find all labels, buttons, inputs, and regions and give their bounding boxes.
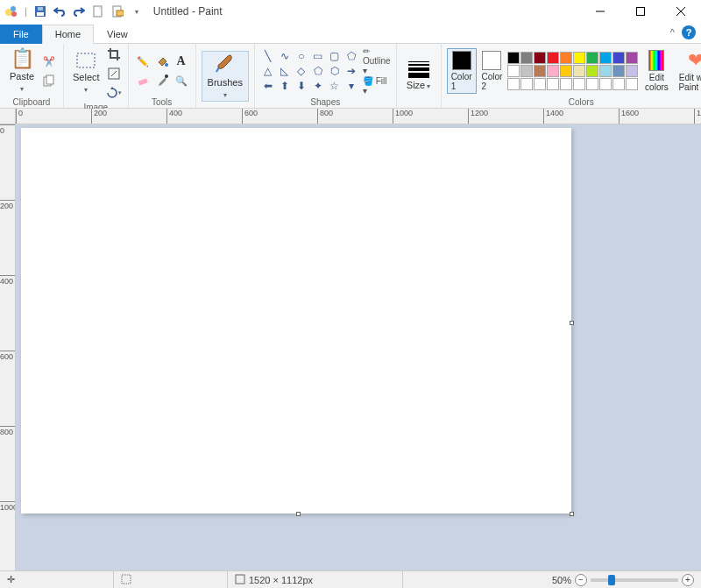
shape-fill-button[interactable]: 🪣 Fill ▾ — [363, 76, 391, 96]
eraser-icon[interactable] — [134, 72, 152, 89]
cursor-icon: ✛ — [7, 574, 15, 585]
shape-diamond[interactable]: ◇ — [294, 64, 309, 78]
swatch-custom[interactable] — [586, 78, 598, 90]
svg-point-17 — [165, 63, 168, 67]
shape-star5[interactable]: ☆ — [327, 79, 343, 93]
swatch[interactable] — [560, 65, 572, 77]
resize-handle-e[interactable] — [570, 321, 574, 325]
resize-handle-se[interactable] — [570, 512, 574, 516]
shape-hexagon[interactable]: ⬡ — [327, 64, 343, 78]
shape-arrow-u[interactable]: ⬆ — [277, 79, 293, 93]
swatch[interactable] — [626, 65, 638, 77]
zoom-in-button[interactable]: + — [682, 574, 694, 586]
save-icon[interactable] — [32, 4, 48, 19]
pencil-icon[interactable]: ✏️ — [134, 53, 152, 70]
collapse-ribbon-icon[interactable]: ^ — [670, 27, 675, 38]
shape-outline-button[interactable]: ✏ Outline ▾ — [363, 46, 391, 75]
shapes-more-icon[interactable]: ▾ — [343, 79, 359, 93]
open-icon[interactable] — [110, 4, 125, 19]
swatch[interactable] — [626, 52, 638, 64]
swatch[interactable] — [520, 65, 533, 77]
swatch[interactable] — [573, 52, 585, 64]
shape-triangle[interactable]: △ — [260, 64, 276, 78]
size-button[interactable]: Size — [402, 51, 435, 102]
canvas[interactable] — [21, 128, 571, 514]
swatch-custom[interactable] — [599, 78, 612, 90]
shape-arrow-r[interactable]: ➔ — [343, 64, 359, 78]
paint3d-icon: ❤ — [688, 50, 701, 71]
resize-handle-s[interactable] — [296, 512, 301, 516]
swatch[interactable] — [599, 52, 612, 64]
shape-curve[interactable]: ∿ — [277, 49, 293, 63]
swatch-custom[interactable] — [560, 78, 572, 90]
swatch[interactable] — [520, 52, 533, 64]
shape-arrow-d[interactable]: ⬇ — [294, 79, 309, 93]
rotate-icon[interactable]: ▾ — [105, 84, 123, 102]
swatch[interactable] — [586, 65, 598, 77]
brushes-button[interactable]: Brushes — [202, 51, 249, 102]
color2-button[interactable]: Color 2 — [478, 49, 506, 93]
shape-roundrect[interactable]: ▢ — [327, 49, 343, 63]
shape-line[interactable]: ╲ — [260, 49, 276, 63]
ruler-mark: 800 — [317, 109, 333, 124]
zoom-slider[interactable] — [591, 578, 678, 582]
shape-pentagon[interactable]: ⬠ — [310, 64, 326, 78]
swatch[interactable] — [612, 52, 625, 64]
tab-home[interactable]: Home — [42, 25, 94, 44]
swatch-custom[interactable] — [573, 78, 585, 90]
crop-icon[interactable] — [105, 46, 123, 63]
magnifier-icon[interactable]: 🔍 — [173, 72, 190, 89]
redo-icon[interactable] — [71, 4, 87, 19]
swatch[interactable] — [573, 65, 585, 77]
edit-colors-button[interactable]: Edit colors — [640, 46, 673, 96]
close-button[interactable] — [661, 0, 701, 23]
color1-button[interactable]: Color 1 — [447, 48, 477, 94]
text-icon[interactable]: A — [173, 53, 190, 70]
shape-rect[interactable]: ▭ — [310, 49, 326, 63]
fill-icon[interactable] — [153, 53, 171, 70]
picker-icon[interactable] — [153, 72, 171, 89]
help-icon[interactable]: ? — [682, 25, 696, 39]
paste-button[interactable]: 📋 Paste — [5, 46, 39, 96]
swatch[interactable] — [507, 65, 520, 77]
title-bar: | ▾ Untitled - Paint — [0, 0, 701, 23]
swatch[interactable] — [547, 52, 559, 64]
paint-3d-button[interactable]: ❤ Edit with Paint 3D — [675, 46, 701, 96]
maximize-button[interactable] — [620, 0, 661, 23]
undo-icon[interactable] — [52, 4, 67, 19]
tab-file[interactable]: File — [0, 25, 42, 44]
cut-icon[interactable]: ✂️ — [40, 53, 58, 70]
group-size-spacer — [402, 106, 435, 107]
ruler-mark: 0 — [16, 109, 23, 124]
swatch-custom[interactable] — [612, 78, 625, 90]
swatch-custom[interactable] — [547, 78, 559, 90]
swatch-custom[interactable] — [507, 78, 520, 90]
swatch[interactable] — [507, 52, 520, 64]
ruler-mark: 1200 — [468, 109, 488, 124]
zoom-out-button[interactable]: − — [575, 574, 587, 586]
swatch[interactable] — [560, 52, 572, 64]
svg-rect-10 — [637, 8, 645, 16]
minimize-button[interactable] — [580, 0, 620, 23]
swatch-custom[interactable] — [626, 78, 638, 90]
shape-right-tri[interactable]: ◺ — [277, 64, 293, 78]
swatch-custom[interactable] — [520, 78, 533, 90]
shape-polygon[interactable]: ⬠ — [343, 49, 359, 63]
tab-view[interactable]: View — [94, 25, 141, 44]
swatch[interactable] — [586, 52, 598, 64]
swatch[interactable] — [534, 65, 546, 77]
select-button[interactable]: Select — [69, 48, 103, 99]
copy-icon[interactable] — [40, 72, 58, 89]
swatch-custom[interactable] — [534, 78, 546, 90]
swatch[interactable] — [599, 65, 612, 77]
shape-star4[interactable]: ✦ — [310, 79, 326, 93]
shapes-gallery[interactable]: ╲ ∿ ○ ▭ ▢ ⬠ △ ◺ ◇ ⬠ ⬡ ➔ ⬅ ⬆ ⬇ ✦ ☆ ▾ — [260, 49, 359, 93]
swatch[interactable] — [534, 52, 546, 64]
swatch[interactable] — [612, 65, 625, 77]
resize-icon[interactable] — [105, 65, 123, 82]
shape-arrow-l[interactable]: ⬅ — [260, 79, 276, 93]
swatch[interactable] — [547, 65, 559, 77]
new-icon[interactable] — [90, 4, 106, 19]
shape-oval[interactable]: ○ — [294, 49, 309, 63]
qat-dropdown-icon[interactable]: ▾ — [129, 4, 145, 19]
